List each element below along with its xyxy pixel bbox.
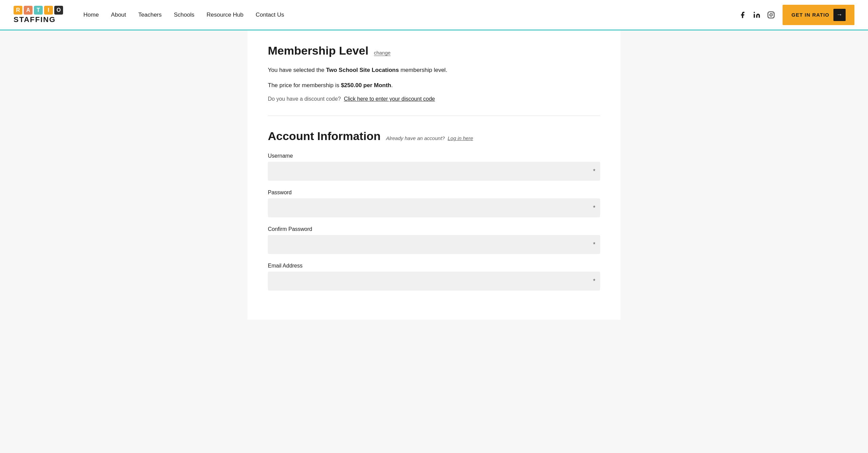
linkedin-icon bbox=[753, 11, 761, 19]
confirm-password-field-group: Confirm Password * bbox=[268, 226, 600, 254]
username-label: Username bbox=[268, 153, 600, 159]
membership-section: Membership Level change You have selecte… bbox=[268, 44, 600, 116]
email-input[interactable] bbox=[268, 272, 600, 291]
change-link[interactable]: change bbox=[374, 50, 391, 56]
instagram-icon bbox=[767, 11, 775, 19]
membership-price: $250.00 per Month bbox=[341, 82, 391, 88]
linkedin-link[interactable] bbox=[752, 10, 762, 20]
account-title: Account Information bbox=[268, 130, 380, 143]
login-link[interactable]: Log in here bbox=[448, 135, 473, 141]
discount-row: Do you have a discount code? Click here … bbox=[268, 96, 600, 102]
account-section: Account Information Already have an acco… bbox=[268, 130, 600, 291]
nav-links: Home About Teachers Schools Resource Hub… bbox=[83, 12, 738, 18]
logo[interactable]: R A T I O STAFFING bbox=[14, 6, 63, 24]
username-field-group: Username * bbox=[268, 153, 600, 181]
navigation: R A T I O STAFFING Home About Teachers S… bbox=[0, 0, 868, 31]
password-input[interactable] bbox=[268, 198, 600, 217]
logo-tile-r: R bbox=[14, 6, 22, 15]
svg-rect-1 bbox=[768, 12, 774, 18]
already-account-label: Already have an account? bbox=[386, 135, 445, 141]
password-field-group: Password * bbox=[268, 190, 600, 217]
membership-title-row: Membership Level change bbox=[268, 44, 600, 57]
discount-text: Do you have a discount code? bbox=[268, 96, 341, 102]
svg-point-0 bbox=[754, 12, 755, 13]
facebook-icon bbox=[739, 11, 746, 19]
password-required: * bbox=[593, 204, 595, 212]
email-required: * bbox=[593, 278, 595, 285]
social-icons bbox=[738, 10, 776, 20]
email-label: Email Address bbox=[268, 263, 600, 269]
membership-desc-prefix: You have selected the bbox=[268, 67, 326, 73]
logo-tile-t: T bbox=[34, 6, 43, 15]
username-required: * bbox=[593, 168, 595, 175]
membership-price-prefix: The price for membership is bbox=[268, 82, 341, 88]
nav-teachers[interactable]: Teachers bbox=[138, 12, 162, 18]
logo-tile-a: A bbox=[24, 6, 33, 15]
password-label: Password bbox=[268, 190, 600, 196]
confirm-password-input[interactable] bbox=[268, 235, 600, 254]
nav-home[interactable]: Home bbox=[83, 12, 99, 18]
email-field-group: Email Address * bbox=[268, 263, 600, 291]
logo-tile-o: O bbox=[54, 6, 63, 15]
svg-point-3 bbox=[772, 13, 773, 14]
page-content: Membership Level change You have selecte… bbox=[248, 31, 620, 320]
nav-schools[interactable]: Schools bbox=[174, 12, 194, 18]
instagram-link[interactable] bbox=[766, 10, 776, 20]
logo-brand: STAFFING bbox=[14, 15, 56, 24]
membership-desc-suffix: membership level. bbox=[399, 67, 447, 73]
cta-label: GET IN RATIO bbox=[791, 12, 829, 18]
membership-price-description: The price for membership is $250.00 per … bbox=[268, 81, 600, 90]
logo-tile-i: I bbox=[44, 6, 53, 15]
nav-about[interactable]: About bbox=[111, 12, 126, 18]
email-input-wrapper: * bbox=[268, 272, 600, 291]
facebook-link[interactable] bbox=[738, 10, 747, 20]
username-input-wrapper: * bbox=[268, 162, 600, 181]
membership-plan-name: Two School Site Locations bbox=[326, 67, 399, 73]
nav-contact-us[interactable]: Contact Us bbox=[256, 12, 284, 18]
already-account-text: Already have an account? Log in here bbox=[386, 135, 473, 141]
membership-plan-description: You have selected the Two School Site Lo… bbox=[268, 65, 600, 75]
nav-resource-hub[interactable]: Resource Hub bbox=[206, 12, 243, 18]
confirm-password-required: * bbox=[593, 241, 595, 248]
logo-tiles: R A T I O bbox=[14, 6, 63, 15]
account-title-row: Account Information Already have an acco… bbox=[268, 130, 600, 143]
cta-arrow-icon: → bbox=[833, 9, 846, 21]
password-input-wrapper: * bbox=[268, 198, 600, 217]
svg-point-2 bbox=[770, 14, 772, 16]
confirm-password-input-wrapper: * bbox=[268, 235, 600, 254]
cta-button[interactable]: GET IN RATIO → bbox=[783, 5, 854, 25]
nav-right: GET IN RATIO → bbox=[738, 5, 854, 25]
membership-title: Membership Level bbox=[268, 44, 369, 57]
discount-code-link[interactable]: Click here to enter your discount code bbox=[344, 96, 435, 102]
username-input[interactable] bbox=[268, 162, 600, 181]
confirm-password-label: Confirm Password bbox=[268, 226, 600, 232]
membership-price-suffix: . bbox=[391, 82, 393, 88]
